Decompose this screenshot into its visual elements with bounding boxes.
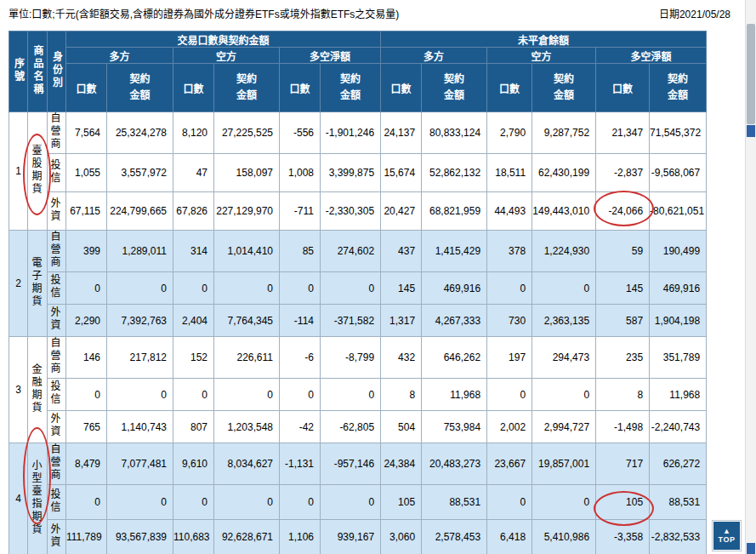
table-row: 投信000000811,96800811,968	[9, 379, 707, 411]
identity-cell: 自營商	[48, 443, 66, 485]
amount-cell: 27,225,525	[214, 112, 280, 154]
volume-cell: 504	[381, 411, 422, 443]
volume-cell: 1,106	[280, 520, 321, 554]
volume-cell: 6,418	[487, 520, 532, 554]
table-row: 1臺股期貨自營商7,56425,324,2788,12027,225,525-5…	[9, 112, 707, 154]
amount-cell: 217,812	[107, 337, 173, 379]
product-name: 小型臺指期貨	[31, 460, 41, 536]
volume-cell: 432	[381, 337, 422, 379]
volume-cell: 44,493	[487, 192, 532, 231]
serial-cell: 1	[9, 112, 28, 231]
vertical-scrollbar[interactable]	[745, 0, 756, 554]
col-oi-short: 空方	[487, 48, 596, 64]
amount-cell: 3,399,875	[321, 154, 381, 192]
product-name-cell: 金融期貨	[28, 337, 48, 443]
volume-cell: 0	[487, 272, 532, 305]
col-volume: 口數	[280, 64, 321, 112]
amount-cell: 0	[214, 485, 280, 520]
amount-cell: 149,443,010	[532, 192, 596, 231]
identity-cell: 自營商	[48, 337, 66, 379]
volume-cell: -6	[280, 337, 321, 379]
scrollbar-down-button[interactable]	[747, 543, 755, 554]
amount-cell: 0	[321, 272, 381, 305]
col-header-product: 商品名稱	[28, 31, 48, 112]
volume-cell: 0	[280, 379, 321, 411]
identity-label: 外資	[49, 197, 60, 223]
page-header: 單位:口數;千元(含鉅額交易,含標的證券為國外成分證券ETFs或境外指數ETFs…	[9, 6, 739, 20]
volume-cell: 0	[280, 485, 321, 520]
volume-cell: 807	[173, 411, 214, 443]
volume-cell: 399	[66, 231, 107, 272]
amount-cell: -371,582	[321, 305, 381, 337]
serial-cell: 2	[9, 231, 28, 337]
amount-cell: 0	[321, 485, 381, 520]
volume-cell: 0	[173, 379, 214, 411]
amount-cell: 2,994,727	[532, 411, 596, 443]
volume-cell: 85	[280, 231, 321, 272]
volume-cell: 0	[280, 272, 321, 305]
volume-cell: 0	[487, 379, 532, 411]
amount-cell: 469,916	[650, 272, 707, 305]
identity-label: 自營商	[49, 443, 60, 482]
identity-cell: 外資	[48, 192, 66, 231]
identity-label: 外資	[49, 523, 60, 549]
identity-label: 投信	[49, 380, 60, 406]
col-amount: 契約金額	[107, 64, 173, 112]
col-oi-long: 多方	[381, 48, 487, 64]
product-name-cell: 小型臺指期貨	[28, 443, 48, 554]
table-row: 投信000000145469,91600145469,916	[9, 272, 707, 305]
amount-cell: 1,014,410	[214, 231, 280, 272]
volume-cell: 587	[596, 305, 650, 337]
volume-cell: 111,789	[66, 520, 107, 554]
amount-cell: 7,392,763	[107, 305, 173, 337]
volume-cell: 8,479	[66, 443, 107, 485]
amount-cell: 2,578,453	[422, 520, 487, 554]
amount-cell: 158,097	[214, 154, 280, 192]
volume-cell: 0	[173, 485, 214, 520]
amount-cell: 0	[214, 272, 280, 305]
volume-cell: 437	[381, 231, 422, 272]
scrollbar-thumb[interactable]	[747, 24, 755, 124]
amount-cell: 80,833,124	[422, 112, 487, 154]
identity-cell: 自營商	[48, 112, 66, 154]
col-amount: 契約金額	[650, 64, 707, 112]
back-to-top-button[interactable]: ▲ TOP	[713, 521, 741, 551]
volume-cell: 145	[381, 272, 422, 305]
product-name-cell: 臺股期貨	[28, 112, 48, 231]
amount-cell: 226,611	[214, 337, 280, 379]
amount-cell: 52,862,132	[422, 154, 487, 192]
serial-cell: 4	[9, 443, 28, 554]
identity-label: 投信	[49, 274, 60, 300]
amount-cell: 626,272	[650, 443, 707, 485]
volume-cell: 59	[596, 231, 650, 272]
identity-label: 自營商	[49, 112, 60, 151]
volume-cell: 197	[487, 337, 532, 379]
volume-cell: 2,002	[487, 411, 532, 443]
table-row: 外資111,78993,567,839110,68392,628,6711,10…	[9, 520, 707, 554]
amount-cell: 7,077,481	[107, 443, 173, 485]
amount-cell: 646,262	[422, 337, 487, 379]
amount-cell: 1,904,198	[650, 305, 707, 337]
identity-cell: 外資	[48, 305, 66, 337]
amount-cell: 190,499	[650, 231, 707, 272]
taifex-institutional-investors-page: 單位:口數;千元(含鉅額交易,含標的證券為國外成分證券ETFs或境外指數ETFs…	[0, 0, 756, 554]
volume-cell: 717	[596, 443, 650, 485]
table-row: 3金融期貨自營商146217,812152226,611-6-8,7994326…	[9, 337, 707, 379]
identity-cell: 外資	[48, 520, 66, 554]
col-volume: 口數	[487, 64, 532, 112]
volume-cell: -1,498	[596, 411, 650, 443]
amount-cell: 0	[107, 379, 173, 411]
volume-cell: 146	[66, 337, 107, 379]
col-header-serial: 序號	[9, 31, 28, 112]
amount-cell: -9,568,067	[650, 154, 707, 192]
volume-cell: 47	[173, 154, 214, 192]
scrollbar-marker	[747, 125, 755, 137]
table-body: 1臺股期貨自營商7,56425,324,2788,12027,225,525-5…	[9, 112, 707, 554]
col-trade-net: 多空淨額	[280, 48, 381, 64]
date-label: 日期2021/05/28	[659, 6, 730, 20]
volume-cell: 235	[596, 337, 650, 379]
amount-cell: 0	[532, 272, 596, 305]
volume-cell: 8	[381, 379, 422, 411]
table-row: 投信1,0553,557,97247158,0971,0083,399,8751…	[9, 154, 707, 192]
identity-label: 外資	[49, 306, 60, 332]
